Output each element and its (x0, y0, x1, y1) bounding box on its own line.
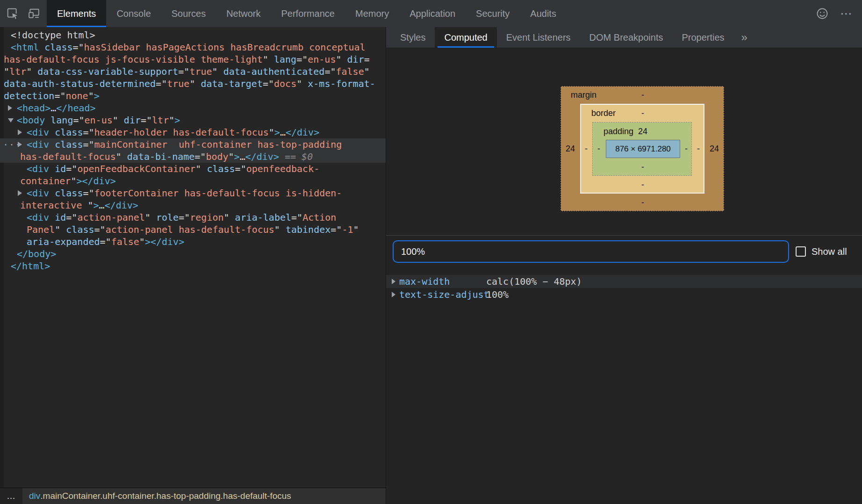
device-toolbar-icon[interactable] (26, 6, 42, 22)
property-value: 100% (486, 288, 509, 301)
dom-tree-node[interactable]: container"></div> (0, 175, 386, 187)
main-toolbar: ElementsConsoleSourcesNetworkPerformance… (0, 0, 862, 27)
dom-tree-node[interactable]: "ltr" data-css-variable-support="true" d… (0, 65, 386, 78)
property-value: calc(100% − 48px) (486, 275, 582, 288)
box-model-content[interactable]: 876 × 6971.280 (606, 140, 680, 158)
expand-arrow-icon[interactable] (18, 190, 22, 196)
more-options-icon[interactable]: ⋯ (839, 6, 855, 22)
dom-tree-node[interactable]: ···<div class="mainContainer uhf-contain… (0, 138, 386, 151)
expand-arrow-icon[interactable] (392, 279, 395, 284)
tab-elements[interactable]: Elements (47, 0, 106, 27)
breadcrumb-overflow-button[interactable]: … (0, 488, 22, 504)
inspect-element-icon[interactable] (5, 6, 21, 22)
sidebar-tab-properties[interactable]: Properties (672, 27, 733, 48)
section-divider (386, 235, 862, 236)
margin-right-value[interactable]: 24 (710, 144, 719, 154)
dom-tree-node[interactable]: <html class="hasSidebar hasPageActions h… (0, 41, 386, 53)
dom-tree-node[interactable]: has-default-focus js-focus-visible theme… (0, 53, 386, 65)
collapse-arrow-icon[interactable] (8, 118, 14, 122)
dom-tree[interactable]: <!doctype html><html class="hasSidebar h… (0, 27, 386, 488)
dom-tree-node[interactable]: detection="none"> (0, 90, 386, 102)
dom-tree-node[interactable]: <!doctype html> (0, 29, 386, 41)
tab-performance[interactable]: Performance (271, 0, 345, 27)
sidebar-tabs-overflow-icon[interactable]: » (734, 27, 755, 48)
devtools-window: ElementsConsoleSourcesNetworkPerformance… (0, 0, 862, 504)
filter-input-value: 100% (401, 246, 425, 257)
tab-console[interactable]: Console (106, 0, 161, 27)
dom-tree-node[interactable]: interactive ">…</div> (0, 199, 386, 211)
padding-right-value[interactable]: - (685, 144, 688, 154)
margin-label: margin (571, 90, 596, 100)
tab-memory[interactable]: Memory (345, 0, 399, 27)
tab-sources[interactable]: Sources (161, 0, 216, 27)
styles-sidebar: StylesComputedEvent ListenersDOM Breakpo… (386, 27, 862, 504)
computed-property-row[interactable]: max-widthcalc(100% − 48px) (386, 275, 862, 288)
dom-tree-node[interactable]: aria-expanded="false"></div> (0, 236, 386, 248)
tab-security[interactable]: Security (466, 0, 520, 27)
dom-tree-node[interactable]: Panel" class="action-panel has-default-f… (0, 223, 386, 236)
dom-tree-node[interactable]: has-default-focus" data-bi-name="body">…… (0, 151, 386, 163)
computed-properties-list: max-widthcalc(100% − 48px)text-size-adju… (386, 275, 862, 301)
property-name: text-size-adjust (399, 288, 489, 301)
border-bottom-value[interactable]: - (641, 180, 644, 190)
show-all-checkbox[interactable] (796, 246, 806, 257)
expand-arrow-icon[interactable] (18, 130, 22, 135)
dom-tree-node[interactable]: </html> (0, 260, 386, 272)
elements-panel: <!doctype html><html class="hasSidebar h… (0, 27, 386, 504)
dom-tree-node[interactable]: <div id="openFeedbackContainer" class="o… (0, 163, 386, 175)
dom-tree-node[interactable]: <head>…</head> (0, 102, 386, 114)
dom-tree-node[interactable]: data-auth-status-determined="true" data-… (0, 78, 386, 90)
breadcrumb-tag: div (29, 491, 40, 501)
sidebar-tab-computed[interactable]: Computed (435, 27, 496, 48)
padding-label: padding (603, 127, 633, 137)
dom-tree-node[interactable]: <div class="header-holder has-default-fo… (0, 126, 386, 138)
border-label: border (591, 108, 616, 118)
margin-bottom-value[interactable]: - (641, 198, 644, 208)
border-right-value[interactable]: - (697, 144, 700, 154)
node-overflow-menu-icon[interactable]: ··· (3, 138, 21, 151)
property-name: max-width (399, 275, 450, 288)
sidebar-tab-styles[interactable]: Styles (391, 27, 435, 48)
sidebar-tab-dom-breakpoints[interactable]: DOM Breakpoints (580, 27, 673, 48)
tab-audits[interactable]: Audits (520, 0, 567, 27)
margin-top-value[interactable]: - (641, 90, 644, 100)
margin-left-value[interactable]: 24 (566, 144, 575, 154)
sidebar-tab-event-listeners[interactable]: Event Listeners (497, 27, 580, 48)
breadcrumb: … div.mainContainer.uhf-container.has-to… (0, 488, 386, 504)
show-all-label[interactable]: Show all (812, 246, 847, 257)
box-model-diagram: 876 × 6971.280 margin border padding - -… (560, 86, 724, 211)
expand-arrow-icon[interactable] (392, 292, 395, 297)
main-tab-bar: ElementsConsoleSourcesNetworkPerformance… (47, 0, 567, 27)
dom-tree-node[interactable]: <body lang="en-us" dir="ltr"> (0, 114, 386, 126)
border-left-value[interactable]: - (585, 144, 588, 154)
dom-tree-node[interactable]: <div id="action-panel" role="region" ari… (0, 211, 386, 223)
tab-network[interactable]: Network (216, 0, 271, 27)
computed-property-row[interactable]: text-size-adjust100% (386, 288, 862, 301)
tab-application[interactable]: Application (399, 0, 466, 27)
expand-arrow-icon[interactable] (8, 105, 12, 111)
breadcrumb-classes: .mainContainer.uhf-container.has-top-pad… (40, 491, 291, 501)
border-top-value[interactable]: - (641, 108, 644, 118)
padding-left-value[interactable]: - (597, 144, 600, 154)
breadcrumb-selected-node[interactable]: div.mainContainer.uhf-container.has-top-… (22, 488, 386, 504)
sidebar-tab-bar: StylesComputedEvent ListenersDOM Breakpo… (386, 27, 862, 48)
padding-bottom-value[interactable]: - (641, 162, 644, 172)
feedback-smiley-icon[interactable] (814, 6, 830, 22)
computed-filter-input[interactable]: 100% (393, 240, 789, 263)
dom-tree-node[interactable]: <div class="footerContainer has-default-… (0, 187, 386, 199)
padding-top-value[interactable]: 24 (638, 127, 647, 137)
dom-tree-node[interactable]: </body> (0, 248, 386, 260)
